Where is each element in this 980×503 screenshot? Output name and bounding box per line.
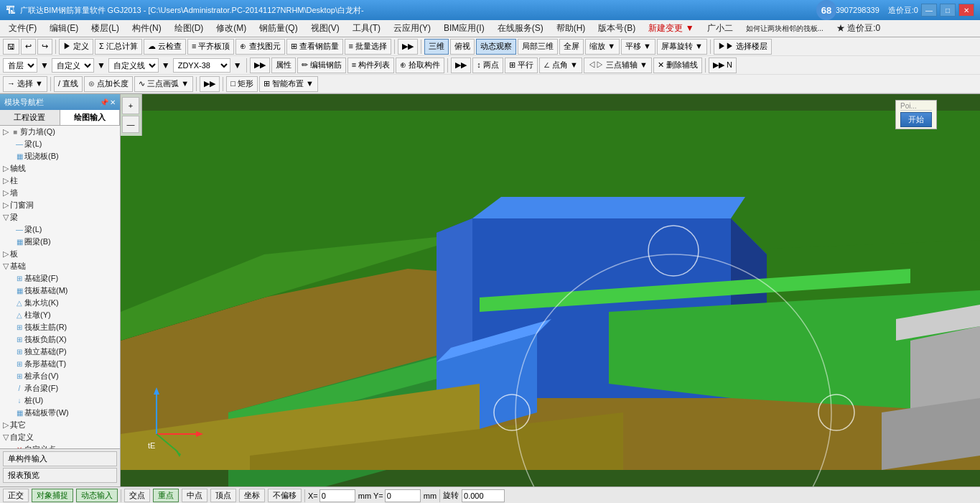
- endpoint-btn[interactable]: 重点: [153, 489, 179, 502]
- menu-coins[interactable]: ★ 造价豆:0: [831, 21, 886, 36]
- tree-cast-slab-child[interactable]: ▦ 现浇板(B): [0, 150, 120, 162]
- tb-more3[interactable]: ▶▶: [451, 57, 471, 73]
- x-input[interactable]: [319, 489, 355, 502]
- tb-edit-rebar[interactable]: ✏ 编辑钢筋: [297, 57, 346, 73]
- tb-find[interactable]: ⊕ 查找图元: [235, 39, 284, 55]
- no-offset-btn[interactable]: 不偏移: [268, 489, 302, 502]
- tree-foundation[interactable]: ▽ 基础: [0, 260, 120, 272]
- tab-project-settings[interactable]: 工程设置: [0, 110, 60, 125]
- menu-new-change[interactable]: 新建变更 ▼: [643, 21, 699, 36]
- tb-fullscreen[interactable]: 全屏: [559, 39, 584, 55]
- tb-rect[interactable]: □ 矩形: [226, 76, 258, 92]
- menu-modify[interactable]: 修改(M): [210, 21, 252, 36]
- intersect-btn[interactable]: 交点: [124, 489, 150, 502]
- tb-line[interactable]: / 直线: [54, 76, 83, 92]
- menu-help[interactable]: 帮助(H): [551, 21, 592, 36]
- tree-pile-cap[interactable]: ⊞ 桩承台(V): [0, 370, 120, 382]
- minus-tool-btn[interactable]: —: [122, 116, 139, 133]
- sidebar-pin-icon[interactable]: 📌: [100, 98, 108, 106]
- tb-smart-layout[interactable]: ⊞ 智能布置 ▼: [259, 76, 318, 92]
- tree-strip-found[interactable]: ⊞ 条形基础(T): [0, 358, 120, 370]
- menu-file[interactable]: 文件(F): [3, 21, 42, 36]
- menu-cloud[interactable]: 云应用(Y): [388, 21, 437, 36]
- tb-undo[interactable]: ↩: [21, 39, 36, 55]
- tb-summary[interactable]: Σ 汇总计算: [95, 39, 142, 55]
- tree-raft-main-rebar[interactable]: ⊞ 筏板主筋(R): [0, 321, 120, 333]
- tb-save[interactable]: 🖫: [3, 39, 19, 55]
- tree-raft-neg-rebar[interactable]: ⊞ 筏板负筋(X): [0, 333, 120, 346]
- tree-slab[interactable]: ▷ 板: [0, 248, 120, 260]
- close-button[interactable]: ✕: [958, 4, 974, 17]
- tb-more2[interactable]: ▶▶: [250, 57, 270, 73]
- tb-select-floor[interactable]: ▶▶ 选择楼层: [714, 39, 772, 55]
- tree-found-band[interactable]: ▦ 基础板带(W): [0, 407, 120, 419]
- tree-other[interactable]: ▷ 其它: [0, 419, 120, 431]
- tb-more5[interactable]: ▶▶: [200, 76, 220, 92]
- tb-more1[interactable]: ▶▶: [398, 39, 418, 55]
- tb-more4[interactable]: ▶▶ N: [709, 57, 737, 73]
- tree-ring-beam[interactable]: ▦ 圈梁(B): [0, 236, 120, 248]
- tree-door-window[interactable]: ▷ 门窗洞: [0, 199, 120, 211]
- menu-tools[interactable]: 工具(T): [347, 21, 386, 36]
- menu-component[interactable]: 构件(N): [126, 21, 167, 36]
- comp-select[interactable]: ZDYX-38: [173, 58, 230, 73]
- tb-level-top[interactable]: ≡ 平齐板顶: [187, 39, 234, 55]
- tree-custom[interactable]: ▽ 自定义: [0, 431, 120, 443]
- tree-isolated-found[interactable]: ⊞ 独立基础(P): [0, 346, 120, 358]
- menu-tip[interactable]: 如何让两块相邻的筏板...: [740, 22, 829, 35]
- tree-wall[interactable]: ▷ 墙: [0, 187, 120, 199]
- tb-define[interactable]: ▶ 定义: [59, 39, 93, 55]
- snap-btn[interactable]: 对象捕捉: [32, 489, 73, 502]
- menu-assistant[interactable]: 广小二: [701, 21, 739, 36]
- tree-beam[interactable]: ▽ 梁: [0, 211, 120, 223]
- start-button[interactable]: 开始: [900, 112, 932, 127]
- menu-edit[interactable]: 编辑(E): [44, 21, 84, 36]
- menu-floor[interactable]: 楼层(L): [85, 21, 125, 36]
- tree-custom-point[interactable]: ✕ 自定义点: [0, 443, 120, 448]
- menu-view[interactable]: 视图(V): [305, 21, 345, 36]
- tb-3d[interactable]: 三维: [424, 39, 449, 55]
- tree-pile[interactable]: ↓ 桩(U): [0, 394, 120, 407]
- tb-view-rebar[interactable]: ⊞ 查看钢筋量: [286, 39, 343, 55]
- menu-rebar[interactable]: 钢筋量(Q): [253, 21, 303, 36]
- menu-version[interactable]: 版本号(B): [592, 21, 641, 36]
- tb-select-tool[interactable]: → 选择 ▼: [3, 76, 47, 92]
- tb-point-angle[interactable]: ∠ 点角 ▼: [539, 57, 582, 73]
- dynamic-input-btn[interactable]: 动态输入: [76, 489, 118, 502]
- report-preview-btn[interactable]: 报表预览: [3, 468, 117, 483]
- floor-select[interactable]: 首层: [3, 58, 37, 73]
- tree-beam-child1[interactable]: — 梁(L): [0, 138, 120, 150]
- minimize-button[interactable]: —: [921, 4, 937, 17]
- custom-view-select[interactable]: 自定义: [52, 58, 94, 73]
- midpoint-btn[interactable]: 中点: [182, 489, 207, 502]
- tb-parallel[interactable]: ⊞ 平行: [505, 57, 538, 73]
- tree-found-beam[interactable]: ⊞ 基础梁(F): [0, 272, 120, 285]
- viewport[interactable]: tE + — Poi... 开始: [121, 94, 980, 486]
- single-comp-input-btn[interactable]: 单构件输入: [3, 451, 117, 466]
- tb-batch-select[interactable]: ≡ 批量选择: [345, 39, 391, 55]
- tb-attr[interactable]: 属性: [271, 57, 296, 73]
- tree-cap-beam[interactable]: / 承台梁(F): [0, 382, 120, 394]
- tb-zoom[interactable]: 缩放 ▼: [585, 39, 620, 55]
- tb-point-len[interactable]: ⊙ 点加长度: [84, 76, 133, 92]
- tb-comp-list[interactable]: ≡ 构件列表: [347, 57, 394, 73]
- coord-btn[interactable]: 坐标: [239, 489, 265, 502]
- sidebar-close-icon[interactable]: ✕: [110, 98, 116, 106]
- tb-screen-rotate[interactable]: 屏幕旋转 ▼: [657, 39, 707, 55]
- tb-pan[interactable]: 平移 ▼: [621, 39, 655, 55]
- menu-online[interactable]: 在线服务(S): [492, 21, 549, 36]
- tree-axis[interactable]: ▷ 轴线: [0, 162, 120, 175]
- tab-draw-input[interactable]: 绘图输入: [60, 110, 121, 125]
- maximize-button[interactable]: □: [940, 4, 956, 17]
- tb-cloud-check[interactable]: ☁ 云检查: [144, 39, 186, 55]
- add-tool-btn[interactable]: +: [122, 97, 139, 114]
- rotate-input[interactable]: [462, 489, 505, 502]
- tb-del-aux[interactable]: ✕ 删除辅线: [653, 57, 702, 73]
- tree-column[interactable]: ▷ 柱: [0, 175, 120, 187]
- ortho-btn[interactable]: 正交: [3, 489, 29, 502]
- vertex-btn[interactable]: 顶点: [210, 489, 236, 502]
- tree-sump[interactable]: △ 集水坑(K): [0, 297, 120, 309]
- tree-column-pier[interactable]: △ 柱墩(Y): [0, 309, 120, 321]
- tb-arc[interactable]: ∿ 三点画弧 ▼: [134, 76, 193, 92]
- tree-shear-wall[interactable]: ▷ ■ 剪力墙(Q): [0, 126, 120, 138]
